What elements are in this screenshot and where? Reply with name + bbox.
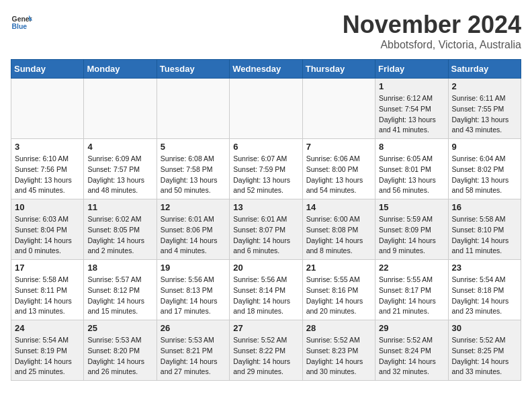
day-number: 5 — [161, 142, 226, 152]
day-info: Sunrise: 5:56 AMSunset: 8:14 PMDaylight:… — [233, 275, 298, 317]
calendar-day-cell: 9Sunrise: 6:04 AMSunset: 8:02 PMDaylight… — [448, 139, 521, 199]
calendar-week-row: 24Sunrise: 5:54 AMSunset: 8:19 PMDayligh… — [11, 320, 521, 381]
day-number: 2 — [452, 81, 517, 91]
day-number: 23 — [452, 263, 517, 273]
weekday-header: Friday — [375, 60, 448, 79]
day-info: Sunrise: 5:52 AMSunset: 8:24 PMDaylight:… — [379, 335, 444, 377]
calendar-week-row: 3Sunrise: 6:10 AMSunset: 7:56 PMDaylight… — [11, 139, 521, 199]
day-number: 1 — [379, 81, 444, 91]
calendar-day-cell — [157, 79, 229, 139]
day-number: 24 — [15, 323, 80, 333]
day-info: Sunrise: 5:59 AMSunset: 8:09 PMDaylight:… — [379, 214, 444, 257]
calendar-day-cell: 30Sunrise: 5:52 AMSunset: 8:25 PMDayligh… — [448, 320, 521, 381]
calendar-day-cell: 20Sunrise: 5:56 AMSunset: 8:14 PMDayligh… — [230, 260, 302, 320]
svg-text:Blue: Blue — [12, 23, 28, 30]
calendar-week-row: 1Sunrise: 6:12 AMSunset: 7:54 PMDaylight… — [11, 79, 521, 139]
day-info: Sunrise: 5:53 AMSunset: 8:20 PMDaylight:… — [87, 335, 152, 377]
day-info: Sunrise: 6:04 AMSunset: 8:02 PMDaylight:… — [452, 154, 517, 196]
day-info: Sunrise: 5:55 AMSunset: 8:16 PMDaylight:… — [306, 275, 371, 317]
day-info: Sunrise: 6:12 AMSunset: 7:54 PMDaylight:… — [379, 93, 444, 136]
day-number: 16 — [452, 202, 517, 212]
day-number: 28 — [306, 323, 371, 333]
calendar-day-cell — [302, 79, 375, 139]
calendar-day-cell: 5Sunrise: 6:08 AMSunset: 7:58 PMDaylight… — [157, 139, 229, 199]
calendar-day-cell: 15Sunrise: 5:59 AMSunset: 8:09 PMDayligh… — [375, 199, 448, 260]
weekday-header-row: SundayMondayTuesdayWednesdayThursdayFrid… — [11, 60, 521, 79]
day-info: Sunrise: 6:01 AMSunset: 8:06 PMDaylight:… — [161, 214, 226, 257]
day-info: Sunrise: 6:02 AMSunset: 8:05 PMDaylight:… — [87, 214, 152, 257]
day-info: Sunrise: 5:55 AMSunset: 8:17 PMDaylight:… — [379, 275, 444, 317]
day-number: 15 — [379, 202, 444, 212]
calendar-day-cell: 25Sunrise: 5:53 AMSunset: 8:20 PMDayligh… — [84, 320, 157, 381]
calendar-day-cell: 29Sunrise: 5:52 AMSunset: 8:24 PMDayligh… — [375, 320, 448, 381]
day-info: Sunrise: 5:53 AMSunset: 8:21 PMDaylight:… — [161, 335, 226, 377]
calendar-day-cell: 2Sunrise: 6:11 AMSunset: 7:55 PMDaylight… — [448, 79, 521, 139]
calendar-week-row: 17Sunrise: 5:58 AMSunset: 8:11 PMDayligh… — [11, 260, 521, 320]
day-number: 12 — [161, 202, 226, 212]
day-number: 26 — [161, 323, 226, 333]
calendar-day-cell: 18Sunrise: 5:57 AMSunset: 8:12 PMDayligh… — [84, 260, 157, 320]
calendar-day-cell: 10Sunrise: 6:03 AMSunset: 8:04 PMDayligh… — [11, 199, 84, 260]
calendar-day-cell: 3Sunrise: 6:10 AMSunset: 7:56 PMDaylight… — [11, 139, 84, 199]
day-info: Sunrise: 6:10 AMSunset: 7:56 PMDaylight:… — [15, 154, 80, 196]
title-block: November 2024 Abbotsford, Victoria, Aust… — [343, 11, 521, 51]
day-number: 22 — [379, 263, 444, 273]
day-number: 6 — [233, 142, 298, 152]
day-info: Sunrise: 5:54 AMSunset: 8:19 PMDaylight:… — [15, 335, 80, 377]
calendar-day-cell: 23Sunrise: 5:54 AMSunset: 8:18 PMDayligh… — [448, 260, 521, 320]
calendar-day-cell — [84, 79, 157, 139]
day-number: 17 — [15, 263, 80, 273]
day-number: 14 — [306, 202, 371, 212]
day-number: 10 — [15, 202, 80, 212]
calendar-day-cell: 13Sunrise: 6:01 AMSunset: 8:07 PMDayligh… — [230, 199, 302, 260]
day-number: 29 — [379, 323, 444, 333]
logo: General Blue — [11, 11, 32, 32]
location: Abbotsford, Victoria, Australia — [343, 39, 521, 51]
calendar-day-cell: 27Sunrise: 5:52 AMSunset: 8:22 PMDayligh… — [230, 320, 302, 381]
weekday-header: Saturday — [448, 60, 521, 79]
day-number: 11 — [87, 202, 152, 212]
calendar-day-cell: 14Sunrise: 6:00 AMSunset: 8:08 PMDayligh… — [302, 199, 375, 260]
day-info: Sunrise: 6:06 AMSunset: 8:00 PMDaylight:… — [306, 154, 371, 196]
calendar-day-cell: 21Sunrise: 5:55 AMSunset: 8:16 PMDayligh… — [302, 260, 375, 320]
weekday-header: Sunday — [11, 60, 84, 79]
weekday-header: Monday — [84, 60, 157, 79]
calendar-day-cell: 17Sunrise: 5:58 AMSunset: 8:11 PMDayligh… — [11, 260, 84, 320]
logo-icon: General Blue — [11, 11, 32, 32]
day-number: 8 — [379, 142, 444, 152]
day-info: Sunrise: 6:08 AMSunset: 7:58 PMDaylight:… — [161, 154, 226, 196]
weekday-header: Thursday — [302, 60, 375, 79]
day-info: Sunrise: 6:03 AMSunset: 8:04 PMDaylight:… — [15, 214, 80, 257]
day-info: Sunrise: 5:52 AMSunset: 8:22 PMDaylight:… — [233, 335, 298, 377]
day-info: Sunrise: 5:57 AMSunset: 8:12 PMDaylight:… — [87, 275, 152, 317]
day-number: 13 — [233, 202, 298, 212]
day-info: Sunrise: 5:52 AMSunset: 8:23 PMDaylight:… — [306, 335, 371, 377]
day-info: Sunrise: 6:11 AMSunset: 7:55 PMDaylight:… — [452, 93, 517, 136]
day-number: 30 — [452, 323, 517, 333]
day-number: 4 — [87, 142, 152, 152]
calendar-day-cell: 26Sunrise: 5:53 AMSunset: 8:21 PMDayligh… — [157, 320, 229, 381]
calendar-day-cell: 4Sunrise: 6:09 AMSunset: 7:57 PMDaylight… — [84, 139, 157, 199]
month-title: November 2024 — [343, 11, 521, 39]
day-info: Sunrise: 6:07 AMSunset: 7:59 PMDaylight:… — [233, 154, 298, 196]
day-info: Sunrise: 5:52 AMSunset: 8:25 PMDaylight:… — [452, 335, 517, 377]
day-number: 7 — [306, 142, 371, 152]
calendar-day-cell: 12Sunrise: 6:01 AMSunset: 8:06 PMDayligh… — [157, 199, 229, 260]
calendar-day-cell: 19Sunrise: 5:56 AMSunset: 8:13 PMDayligh… — [157, 260, 229, 320]
day-number: 3 — [15, 142, 80, 152]
day-number: 18 — [87, 263, 152, 273]
day-info: Sunrise: 6:01 AMSunset: 8:07 PMDaylight:… — [233, 214, 298, 257]
day-number: 25 — [87, 323, 152, 333]
calendar-day-cell: 16Sunrise: 5:58 AMSunset: 8:10 PMDayligh… — [448, 199, 521, 260]
calendar-day-cell: 8Sunrise: 6:05 AMSunset: 8:01 PMDaylight… — [375, 139, 448, 199]
calendar-day-cell — [11, 79, 84, 139]
day-number: 21 — [306, 263, 371, 273]
day-info: Sunrise: 6:05 AMSunset: 8:01 PMDaylight:… — [379, 154, 444, 196]
calendar-week-row: 10Sunrise: 6:03 AMSunset: 8:04 PMDayligh… — [11, 199, 521, 260]
calendar-day-cell: 1Sunrise: 6:12 AMSunset: 7:54 PMDaylight… — [375, 79, 448, 139]
day-info: Sunrise: 5:54 AMSunset: 8:18 PMDaylight:… — [452, 275, 517, 317]
calendar-day-cell: 28Sunrise: 5:52 AMSunset: 8:23 PMDayligh… — [302, 320, 375, 381]
day-info: Sunrise: 5:56 AMSunset: 8:13 PMDaylight:… — [161, 275, 226, 317]
calendar-day-cell: 7Sunrise: 6:06 AMSunset: 8:00 PMDaylight… — [302, 139, 375, 199]
page-header: General Blue November 2024 Abbotsford, V… — [11, 11, 521, 51]
